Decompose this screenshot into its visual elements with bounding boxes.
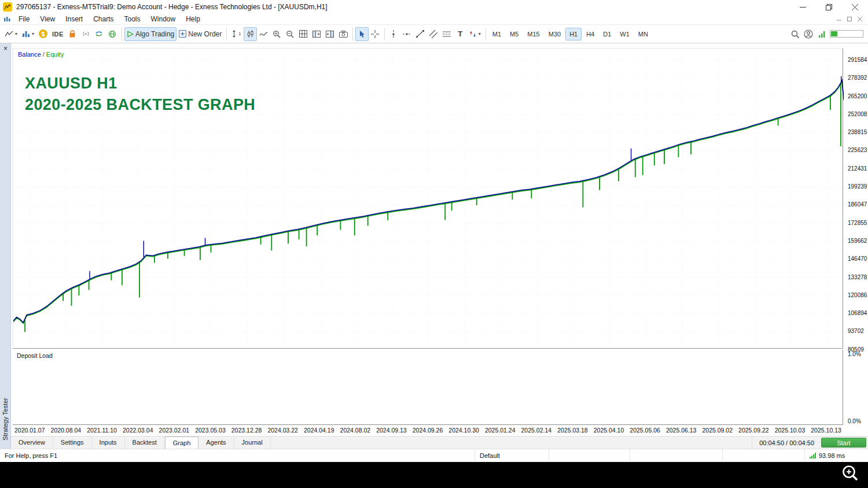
y-axis-label: 93702 [848,328,864,334]
y-axis-label: 212431 [848,165,867,172]
new-order-button[interactable]: New Order [176,27,224,41]
menu-item-charts[interactable]: Charts [88,15,119,23]
watermark-line2: 2020-2025 BACKTEST GRAPH [25,94,255,116]
signals-button[interactable] [79,27,93,41]
new-chart-icon [22,30,30,38]
y-axis-label: 199239 [848,183,867,190]
minimize-button[interactable] [790,0,816,14]
tab-backtest[interactable]: Backtest [125,437,165,449]
timeframe-w1[interactable]: W1 [616,28,634,40]
new-chart-dropdown[interactable]: ▾ [20,27,36,41]
timeframe-m1[interactable]: M1 [488,28,505,40]
arrows-objects-icon [469,31,477,38]
sync-arrows-icon [95,30,103,38]
text-tool[interactable]: T [454,27,467,41]
search-button[interactable] [788,27,801,41]
legend-equity[interactable]: Equity [46,51,64,58]
tab-settings[interactable]: Settings [53,437,92,449]
zoom-out-button[interactable] [284,27,297,41]
window-title: 297065137 - Exness-MT5Trial9: Demo Accou… [16,3,328,11]
close-tester-button[interactable]: × [2,45,9,52]
ide-button[interactable]: IDE [50,27,66,41]
cursor-button[interactable] [355,27,369,41]
y-axis-label: 146470 [848,256,867,262]
algo-trading-button[interactable]: Algo Trading [124,27,176,41]
channel-tool[interactable] [427,27,440,41]
x-axis-label: 2025.10.03 [775,427,806,434]
balance-graph[interactable]: Balance/Equity XAUUSD H1 2020-2025 BACKT… [13,48,843,349]
tester-content: Balance/Equity XAUUSD H1 2020-2025 BACKT… [11,43,868,449]
toolbar-separator [486,28,486,40]
crosshair-button[interactable] [369,27,382,41]
profile-selector[interactable]: Default [475,449,549,461]
x-axis-label: 2025.05.06 [630,427,660,434]
x-axis-label: 2024.08.02 [340,427,371,434]
market-watch-button[interactable]: $ [36,27,50,41]
auto-scale-button[interactable]: 1 [229,27,243,41]
timeframe-m5[interactable]: M5 [506,28,523,40]
tab-graph[interactable]: Graph [165,437,199,449]
vps-button[interactable] [93,27,106,41]
legend-balance[interactable]: Balance [18,51,41,58]
deposit-load-label: Deposit Load [17,352,53,359]
tester-tabs: OverviewSettingsInputsBacktestGraphAgent… [11,436,868,449]
trendline-tool[interactable] [414,27,427,41]
tab-overview[interactable]: Overview [11,437,53,449]
menu-item-window[interactable]: Window [146,15,181,23]
tab-inputs[interactable]: Inputs [92,437,125,449]
screenshot-button[interactable] [337,27,350,41]
start-button[interactable]: Start [821,438,866,448]
menu-item-insert[interactable]: Insert [60,15,88,23]
dock-left-button[interactable] [310,27,323,41]
window-controls [790,0,868,14]
chart-type-dropdown[interactable]: ▾ [2,27,20,41]
y-axis-label: 225623 [848,147,867,153]
deposit-axis-bottom: 0.0% [848,418,861,424]
connection-latency[interactable]: 93.98 ms [804,449,868,461]
text-tool-icon: T [458,29,462,38]
timeframe-d1[interactable]: D1 [599,28,615,40]
menu-item-view[interactable]: View [35,15,60,23]
timeframe-m30[interactable]: M30 [545,28,565,40]
connection-status-button[interactable] [815,27,829,41]
line-mode-button[interactable] [257,27,270,41]
x-axis-label: 2023.12.28 [231,427,262,434]
menu-item-file[interactable]: File [13,15,35,23]
fibonacci-tool[interactable] [440,27,454,41]
account-button[interactable] [801,27,815,41]
tab-agents[interactable]: Agents [198,437,234,449]
trendline-icon [416,30,424,38]
tab-journal[interactable]: Journal [234,437,271,449]
y-axis-label: 291584 [848,57,867,63]
timeframe-mn[interactable]: MN [634,28,652,40]
magnifier-zoom-icon[interactable] [840,464,861,486]
objects-dropdown[interactable]: ▾ [467,27,483,41]
timeframe-h4[interactable]: H4 [582,28,598,40]
restore-button[interactable] [816,0,842,14]
menu-item-tools[interactable]: Tools [119,15,146,23]
dock-right-button[interactable] [323,27,337,41]
toolbar-separator [384,28,385,40]
y-axis-label: 252008 [848,111,867,117]
menu-item-help[interactable]: Help [181,15,205,23]
connection-meter-fill [831,31,837,36]
deposit-load-panel[interactable]: Deposit Load [13,350,843,425]
horizontal-line-tool[interactable] [400,27,414,41]
candlestick-mode-button[interactable] [244,27,257,41]
latency-value: 93.98 ms [819,452,845,459]
vertical-line-icon [391,30,396,38]
timeframe-h1[interactable]: H1 [565,28,582,40]
timeframe-m15[interactable]: M15 [523,28,543,40]
help-text: For Help, press F1 [0,452,475,459]
chevron-down-icon: ▾ [15,32,17,36]
market-button[interactable] [66,27,79,41]
close-button[interactable] [842,0,868,14]
timeframe-buttons: M1M5M15M30H1H4D1W1MN [488,28,652,40]
zoom-in-button[interactable] [270,27,284,41]
vertical-line-tool[interactable] [387,27,400,41]
crosshair-icon [371,30,379,38]
community-button[interactable] [106,27,119,41]
tile-windows-button[interactable] [297,27,310,41]
x-axis-label: 2024.10.30 [448,427,479,434]
desktop-background [0,462,868,488]
